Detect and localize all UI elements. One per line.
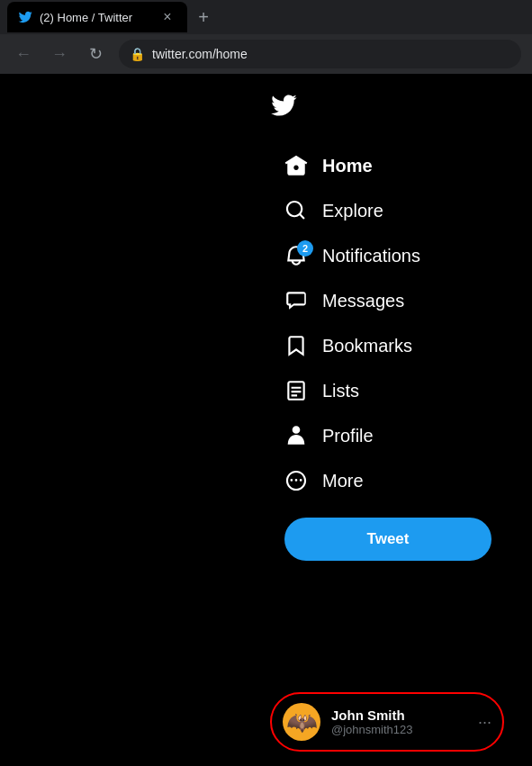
home-icon <box>284 154 308 177</box>
tab-favicon <box>18 10 32 24</box>
avatar-emoji: 🦇 <box>286 707 318 737</box>
nav-item-more[interactable]: More <box>270 458 450 503</box>
more-icon <box>284 469 308 492</box>
explore-icon <box>284 199 308 222</box>
tab-close-button[interactable]: × <box>158 8 176 26</box>
nav-label-bookmarks: Bookmarks <box>322 336 412 356</box>
notifications-icon: 2 <box>284 244 308 267</box>
lists-icon <box>284 379 308 402</box>
user-handle: @johnsmith123 <box>331 723 467 736</box>
refresh-button[interactable]: ↻ <box>83 41 108 67</box>
nav-item-messages[interactable]: Messages <box>270 278 450 323</box>
nav-item-home[interactable]: Home <box>270 143 450 188</box>
more-options-button[interactable]: ··· <box>478 713 491 732</box>
nav-item-lists[interactable]: Lists <box>270 368 450 413</box>
address-bar: ← → ↻ 🔒 twitter.com/home <box>0 34 532 74</box>
messages-icon <box>284 289 308 312</box>
lock-icon: 🔒 <box>130 47 145 61</box>
nav-label-home: Home <box>322 156 373 176</box>
browser-chrome: (2) Home / Twitter × + ← → ↻ 🔒 twitter.c… <box>0 0 532 74</box>
active-tab[interactable]: (2) Home / Twitter × <box>7 2 187 32</box>
nav-label-profile: Profile <box>322 426 374 446</box>
url-text: twitter.com/home <box>152 47 248 61</box>
nav-label-messages: Messages <box>322 291 404 311</box>
notification-badge: 2 <box>297 240 313 257</box>
twitter-logo[interactable] <box>270 92 297 125</box>
profile-icon <box>284 424 308 447</box>
avatar: 🦇 <box>283 703 320 741</box>
page-content: Home Explore 2 Notifications <box>0 74 532 766</box>
user-card[interactable]: 🦇 John Smith @johnsmith123 ··· <box>270 692 504 752</box>
forward-button[interactable]: → <box>47 41 72 67</box>
nav-label-more: More <box>322 471 364 491</box>
tab-title: (2) Home / Twitter <box>40 11 151 24</box>
new-tab-button[interactable]: + <box>191 5 216 30</box>
nav-item-explore[interactable]: Explore <box>270 188 450 233</box>
user-name: John Smith <box>331 707 467 723</box>
user-info: John Smith @johnsmith123 <box>331 707 467 736</box>
bookmarks-icon <box>284 334 308 357</box>
user-card-wrapper: 🦇 John Smith @johnsmith123 ··· <box>270 692 518 752</box>
url-bar[interactable]: 🔒 twitter.com/home <box>119 40 521 68</box>
nav-item-profile[interactable]: Profile <box>270 413 450 458</box>
nav-item-bookmarks[interactable]: Bookmarks <box>270 323 450 368</box>
nav-label-explore: Explore <box>322 201 383 221</box>
back-button[interactable]: ← <box>11 41 36 67</box>
nav-item-notifications[interactable]: 2 Notifications <box>270 233 450 278</box>
sidebar-nav: Home Explore 2 Notifications <box>0 74 532 561</box>
nav-label-notifications: Notifications <box>322 246 420 266</box>
nav-label-lists: Lists <box>322 381 359 401</box>
tweet-button[interactable]: Tweet <box>284 518 491 561</box>
tab-bar: (2) Home / Twitter × + <box>0 0 532 34</box>
